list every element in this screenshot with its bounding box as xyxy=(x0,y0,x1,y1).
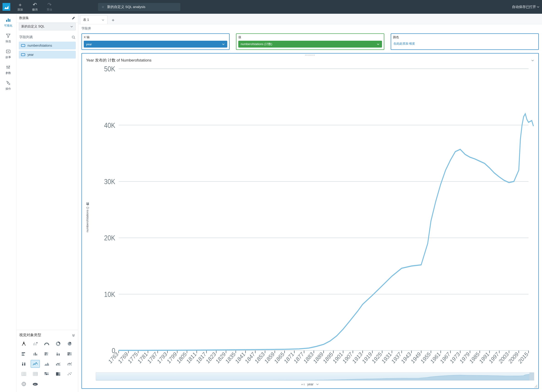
svg-rect-26 xyxy=(68,353,70,354)
undo-button[interactable]: ↶ 撤消 xyxy=(27,0,42,14)
svg-rect-46 xyxy=(48,374,49,375)
vt-donut[interactable] xyxy=(54,340,63,348)
x-range-scroller[interactable] xyxy=(96,372,534,381)
dataset-heading: 数据集 xyxy=(19,16,70,20)
svg-text:40K: 40K xyxy=(104,121,115,129)
y-axis-label[interactable]: numberofstations (计数) xyxy=(85,203,89,232)
vt-line[interactable] xyxy=(31,360,40,368)
vt-gauge[interactable] xyxy=(42,340,51,348)
add-label: 添加 xyxy=(17,8,23,12)
chevron-down-icon xyxy=(70,25,73,28)
pencil-icon xyxy=(72,16,75,20)
x-axis-label[interactable]: az year xyxy=(82,381,538,388)
sheet-tab-label: 表 1 xyxy=(83,18,89,22)
sheet-tab-1[interactable]: 表 1 xyxy=(80,15,108,24)
rail-story-label: 故事 xyxy=(5,55,11,59)
vt-vstack[interactable] xyxy=(54,350,63,358)
play-rect-icon xyxy=(5,48,11,54)
vt-auto[interactable] xyxy=(19,340,28,348)
svg-rect-47 xyxy=(56,372,59,376)
analysis-title-pill[interactable]: ☆ 新的自定义 SQL analysis xyxy=(98,3,180,11)
vt-hbar[interactable] xyxy=(19,350,28,358)
pill-value[interactable]: numberofstations (计数) xyxy=(238,41,382,48)
star-icon[interactable]: ☆ xyxy=(102,5,104,9)
left-icon-rail: 可视化 筛选 故事 参数 操作 xyxy=(0,14,16,392)
vt-table[interactable] xyxy=(31,370,40,378)
chevron-down-icon xyxy=(537,5,540,8)
autosave-indicator[interactable]: 自动保存已打开 xyxy=(512,5,540,9)
vt-pie[interactable] xyxy=(65,340,74,348)
svg-text:1763: 1763 xyxy=(107,351,119,365)
svg-point-7 xyxy=(8,84,10,85)
svg-text:50K: 50K xyxy=(104,65,115,73)
dataset-select[interactable]: 新的自定义 SQL xyxy=(19,23,76,30)
rail-filter[interactable]: 筛选 xyxy=(5,33,11,43)
svg-text:20K: 20K xyxy=(104,234,115,242)
well-color-placeholder[interactable]: 在此处添加 维度 xyxy=(393,41,537,47)
svg-point-53 xyxy=(71,373,72,373)
chevron-down-icon xyxy=(101,18,105,21)
redo-button[interactable]: ↷ 重做 xyxy=(42,0,57,14)
search-icon xyxy=(72,35,75,39)
svg-point-52 xyxy=(70,374,71,375)
add-sheet-button[interactable]: ＋ xyxy=(109,16,117,24)
svg-rect-21 xyxy=(57,353,58,354)
app-logo[interactable] xyxy=(0,0,13,14)
fieldlist-heading: 字段列表 xyxy=(19,35,33,39)
vt-combo[interactable] xyxy=(54,360,63,368)
well-x-label: X 轴 xyxy=(84,35,227,39)
well-x-axis[interactable]: X 轴 year xyxy=(81,33,230,50)
chart-menu-button[interactable] xyxy=(531,59,534,62)
drag-handle[interactable]: ▪▪▪▪▪▪▪▪ xyxy=(82,53,538,56)
vt-h100[interactable] xyxy=(65,350,74,358)
visual-types-panel: 视觉对象类型 xyxy=(16,330,78,392)
visual-types-heading: 视觉对象类型 xyxy=(19,333,41,338)
svg-rect-15 xyxy=(35,353,36,356)
pill-x-value[interactable]: year xyxy=(84,41,227,48)
vt-pivot[interactable] xyxy=(19,370,28,378)
svg-rect-41 xyxy=(45,372,46,374)
search-fields-button[interactable] xyxy=(72,35,75,39)
vt-heatmap[interactable] xyxy=(42,370,51,378)
resize-handle[interactable] xyxy=(534,385,537,388)
vt-hstack[interactable] xyxy=(42,350,51,358)
scroller-handle[interactable] xyxy=(529,373,534,380)
vt-vbar[interactable] xyxy=(31,350,40,358)
top-toolbar: ＋ 添加 ↶ 撤消 ↷ 重做 ☆ 新的自定义 SQL analysis 自动保存… xyxy=(0,0,542,14)
field-label: year xyxy=(27,53,34,57)
edit-dataset-button[interactable] xyxy=(72,16,75,20)
add-button[interactable]: ＋ 添加 xyxy=(13,0,27,14)
plot-area[interactable]: 010K20K30K40K50K176317691775178117871793… xyxy=(90,65,534,371)
chart-visual[interactable]: ▪▪▪▪▪▪▪▪ Year 发布的 计数 of Numberofstations… xyxy=(81,53,539,389)
rail-story[interactable]: 故事 xyxy=(5,48,11,59)
svg-rect-49 xyxy=(59,374,60,376)
chevron-down-icon xyxy=(531,59,534,62)
well-value[interactable]: 值 numberofstations (计数) xyxy=(236,33,384,50)
svg-text:30K: 30K xyxy=(104,177,115,185)
vt-geo[interactable] xyxy=(19,380,28,388)
pill-value-text: numberofstations (计数) xyxy=(241,42,272,46)
rail-actions[interactable]: 操作 xyxy=(5,80,11,91)
vt-kpi[interactable] xyxy=(31,340,40,348)
vt-combo2[interactable] xyxy=(65,360,74,368)
field-year[interactable]: year xyxy=(19,51,76,58)
rail-parameters[interactable]: 参数 xyxy=(5,64,11,75)
collapse-visual-types[interactable] xyxy=(72,334,75,337)
chart-title: Year 发布的 计数 of Numberofstations xyxy=(86,58,152,63)
sort-az-icon: az xyxy=(301,383,305,386)
well-value-label: 值 xyxy=(238,35,382,39)
dataset-select-value: 新的自定义 SQL xyxy=(21,25,45,29)
vt-scatter[interactable] xyxy=(65,370,74,378)
vt-treemap[interactable] xyxy=(54,370,63,378)
field-numberofstations[interactable]: numberofstations xyxy=(19,42,76,49)
vt-area[interactable] xyxy=(42,360,51,368)
rail-visualize[interactable]: 可视化 xyxy=(4,17,12,28)
svg-rect-42 xyxy=(46,372,47,374)
field-wells: X 轴 year 值 numberofstations (计数) 颜色 在此处添 xyxy=(78,32,542,53)
svg-text:az: az xyxy=(301,383,303,385)
vt-wordcloud[interactable]: abc xyxy=(31,380,40,388)
well-color[interactable]: 颜色 在此处添加 维度 xyxy=(391,33,539,50)
vt-v100[interactable] xyxy=(19,360,28,368)
svg-rect-18 xyxy=(47,353,48,354)
svg-rect-11 xyxy=(22,352,25,353)
